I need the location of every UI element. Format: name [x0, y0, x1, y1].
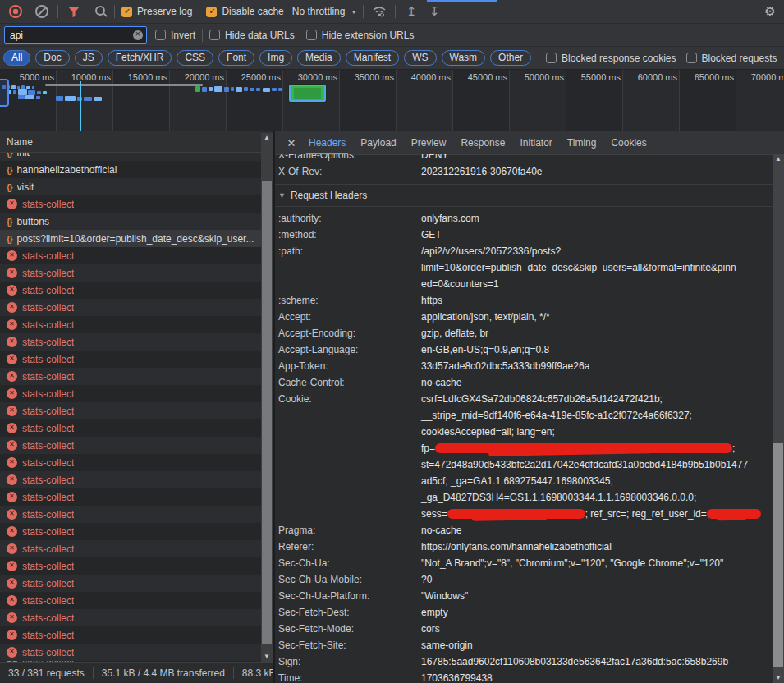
request-row[interactable]: stats-collect: [0, 247, 261, 264]
throttling-select[interactable]: No throttling ▼: [292, 6, 357, 17]
type-filter-media[interactable]: Media: [297, 50, 341, 66]
search-button[interactable]: [89, 2, 108, 21]
type-filter-wasm[interactable]: Wasm: [442, 50, 486, 66]
type-filter-manifest[interactable]: Manifest: [346, 50, 399, 66]
type-filter-doc[interactable]: Doc: [35, 50, 69, 66]
clear-filter-icon[interactable]: [133, 30, 143, 40]
request-row[interactable]: {}init: [0, 153, 261, 161]
details-scrollbar[interactable]: ▲ ▼: [773, 154, 784, 683]
request-headers-section-header[interactable]: ▼ Request Headers: [275, 185, 773, 207]
scroll-up-icon[interactable]: ▲: [773, 154, 784, 164]
invert-label: Invert: [171, 30, 195, 41]
request-row[interactable]: stats-collect: [0, 488, 261, 506]
header-value: ?0: [421, 571, 773, 588]
network-conditions-button[interactable]: [370, 2, 388, 21]
request-row-selected[interactable]: {}posts?limit=10&order=publish_date_desc…: [0, 230, 261, 247]
request-list-scrollbar[interactable]: ▲ ▼: [261, 133, 273, 662]
tab-headers[interactable]: Headers: [301, 131, 353, 154]
type-filter-css[interactable]: CSS: [177, 50, 213, 66]
request-row[interactable]: stats-collect: [0, 385, 261, 402]
request-row[interactable]: stats-collect: [0, 454, 261, 471]
request-row[interactable]: stats-collect: [0, 264, 261, 282]
invert-checkbox[interactable]: Invert: [155, 30, 195, 41]
network-overview-timeline[interactable]: 5000 ms10000 ms15000 ms20000 ms25000 ms3…: [0, 70, 784, 132]
request-row[interactable]: stats-collect: [0, 471, 261, 488]
selected-request-waterfall-block: [289, 85, 326, 102]
request-row[interactable]: stats-collect: [0, 506, 261, 523]
request-row[interactable]: stats-collect: [0, 333, 261, 351]
request-row[interactable]: stats-collect: [0, 592, 261, 609]
request-row[interactable]: {}buttons: [0, 213, 261, 230]
request-row[interactable]: stats-collect: [0, 299, 261, 316]
overview-window-handle[interactable]: [0, 79, 9, 107]
request-row[interactable]: stats-collect: [0, 540, 261, 557]
clear-icon: [35, 5, 48, 18]
request-header-row: Sec-Fetch-Site:same-origin: [275, 637, 773, 653]
header-value-line: empty: [421, 604, 773, 621]
request-row[interactable]: stats-collect: [0, 419, 261, 437]
waterfall-bar: [209, 87, 213, 91]
request-row[interactable]: stats-collect: [0, 368, 261, 385]
header-name: Accept-Language:: [275, 342, 421, 358]
request-row[interactable]: stats-collect: [0, 195, 261, 213]
tab-initiator[interactable]: Initiator: [512, 131, 559, 154]
type-filter-other[interactable]: Other: [490, 50, 531, 66]
hide-extension-urls-checkbox[interactable]: Hide extension URLs: [306, 30, 415, 41]
request-row[interactable]: stats-collect: [0, 575, 261, 592]
scroll-down-icon[interactable]: ▼: [261, 652, 273, 662]
blocked-requests-checkbox[interactable]: Blocked requests: [686, 53, 777, 64]
request-row[interactable]: stats-collect: [0, 626, 261, 644]
toolbar-divider: [114, 5, 115, 18]
waterfall-bar: [244, 87, 248, 91]
tab-response[interactable]: Response: [453, 131, 512, 154]
overview-tick: 45000 ms: [453, 72, 507, 82]
settings-button[interactable]: ⚙: [761, 2, 779, 21]
request-row[interactable]: stats-collect: [0, 523, 261, 540]
header-value: 202312261916-30670fa40e: [421, 163, 773, 180]
filter-input[interactable]: [5, 30, 125, 41]
tab-cookies[interactable]: Cookies: [603, 131, 653, 154]
scrollbar-thumb[interactable]: [262, 181, 272, 644]
record-icon: [9, 5, 22, 18]
request-row[interactable]: stats-collect: [0, 316, 261, 333]
type-filter-ws[interactable]: WS: [404, 50, 436, 66]
request-row[interactable]: stats-collect: [0, 644, 261, 661]
request-row[interactable]: stats-collect: [0, 437, 261, 454]
request-row[interactable]: stats-collect: [0, 557, 261, 575]
tab-timing[interactable]: Timing: [560, 131, 604, 154]
type-filter-fetch-xhr[interactable]: Fetch/XHR: [108, 50, 172, 66]
redaction-scribble: [447, 509, 585, 519]
import-har-button[interactable]: ↥: [402, 2, 420, 21]
scrollbar-thumb[interactable]: [773, 443, 783, 667]
type-filter-all[interactable]: All: [3, 50, 30, 66]
type-filter-js[interactable]: JS: [75, 50, 103, 66]
blocked-response-cookies-checkbox[interactable]: Blocked response cookies: [546, 53, 676, 64]
record-button[interactable]: [7, 2, 25, 21]
tab-payload[interactable]: Payload: [353, 131, 403, 154]
disable-cache-label: Disable cache: [222, 6, 283, 17]
request-row[interactable]: {}hannahelizabethofficial: [0, 161, 261, 178]
scroll-down-icon[interactable]: ▼: [773, 673, 784, 683]
request-row[interactable]: {}visit: [0, 178, 261, 195]
preserve-log-checkbox[interactable]: Preserve log: [121, 6, 192, 17]
error-icon: [7, 630, 17, 640]
disable-cache-checkbox[interactable]: Disable cache: [206, 6, 283, 17]
hide-data-urls-checkbox[interactable]: Hide data URLs: [209, 30, 295, 41]
export-har-button[interactable]: ↧: [425, 2, 443, 21]
type-filter-font[interactable]: Font: [218, 50, 254, 66]
throttling-value: No throttling: [292, 6, 346, 17]
filter-toggle-button[interactable]: [65, 2, 83, 21]
request-row[interactable]: stats-collect: [0, 402, 261, 419]
clear-button[interactable]: [33, 2, 51, 21]
request-row[interactable]: stats-collect: [0, 282, 261, 299]
close-details-button[interactable]: ✕: [282, 137, 301, 149]
tab-preview[interactable]: Preview: [404, 131, 454, 154]
waterfall-bar: [250, 88, 254, 91]
type-filter-img[interactable]: Img: [259, 50, 292, 66]
request-row[interactable]: stats-collect: [0, 609, 261, 626]
scroll-up-icon[interactable]: ▲: [261, 133, 273, 143]
name-column-header[interactable]: Name: [0, 131, 273, 153]
blocked-response-cookies-label: Blocked response cookies: [562, 53, 676, 64]
request-row[interactable]: stats-collect: [0, 351, 261, 368]
network-toolbar: Preserve log Disable cache No throttling…: [0, 0, 784, 24]
